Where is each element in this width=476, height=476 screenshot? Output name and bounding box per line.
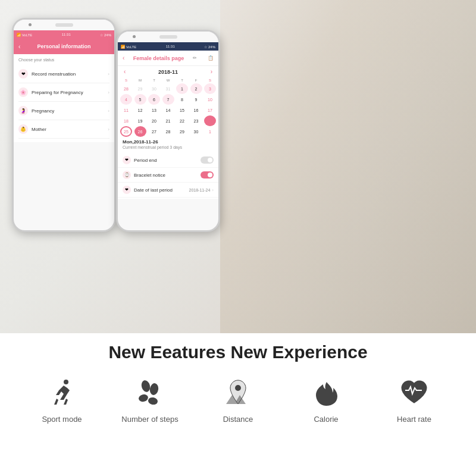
- cal-day-30-oct[interactable]: 30: [148, 83, 160, 94]
- period-end-toggle[interactable]: [201, 156, 214, 164]
- distance-icon: [220, 374, 256, 410]
- cal-day-2[interactable]: 2: [190, 83, 202, 94]
- calorie-icon: [308, 374, 344, 410]
- period-end-text: Period end: [134, 158, 201, 163]
- cal-day-7[interactable]: 7: [162, 94, 174, 105]
- day-header-sat: S: [204, 77, 216, 83]
- cal-day-11[interactable]: 11: [120, 105, 132, 115]
- svg-point-5: [235, 385, 241, 391]
- calendar-week-5: 25 26 27 28 29 30 1: [120, 126, 216, 137]
- phone-right: 📶 VoLTE 11:31 ☆ 24% ‹ Female details pag…: [116, 30, 220, 232]
- menu-icon-pregnancy: 🤰: [18, 106, 28, 115]
- cal-day-4[interactable]: 4: [120, 94, 132, 105]
- time-right: 11:31: [166, 45, 175, 48]
- menu-text-pregnancy-prep: Preparing for Pregnancy: [32, 90, 108, 95]
- feature-calorie: Calorie: [290, 374, 362, 424]
- app-content-left: Choose your status ❤ Record menstruation…: [14, 54, 114, 142]
- cal-day-24[interactable]: 24: [204, 115, 216, 126]
- calendar-day-headers: S M T W T F S: [120, 77, 216, 83]
- cal-day-8[interactable]: 8: [176, 94, 188, 105]
- status-bar-right: 📶 VoLTE 11:31 ☆ 24%: [118, 42, 218, 51]
- heart-rate-icon: [396, 374, 432, 410]
- cal-day-1-dec[interactable]: 1: [204, 126, 216, 137]
- menu-item-mother[interactable]: 👶 Mother ›: [18, 120, 109, 139]
- calendar-grid: S M T W T F S 28 29 30 31 1 2 3 4 5: [118, 77, 218, 137]
- app-header-left: ‹ Personal information: [14, 39, 114, 54]
- main-tagline: New Eeatures New Experience: [108, 342, 367, 362]
- cal-day-25[interactable]: 25: [120, 126, 132, 137]
- last-period-row[interactable]: ❤ Date of last period 2018-11-24 ›: [118, 183, 218, 198]
- cal-day-31-oct[interactable]: 31: [162, 83, 174, 94]
- signal-right: 📶 VoLTE: [121, 45, 136, 49]
- cal-day-28-oct[interactable]: 28: [120, 83, 132, 94]
- cal-day-14[interactable]: 14: [162, 105, 174, 115]
- day-header-mon: M: [134, 77, 146, 83]
- day-header-tue: T: [148, 77, 160, 83]
- prev-month-button[interactable]: ‹: [124, 68, 126, 75]
- cal-day-6[interactable]: 6: [148, 94, 160, 105]
- cal-day-18[interactable]: 18: [120, 115, 132, 126]
- next-month-button[interactable]: ›: [211, 68, 212, 75]
- menu-arrow-pregnancy: ›: [108, 108, 109, 114]
- day-header-sun: S: [120, 77, 132, 83]
- cal-day-20[interactable]: 20: [148, 115, 160, 126]
- cal-day-13[interactable]: 13: [148, 105, 160, 115]
- calendar-back-button[interactable]: ‹: [123, 55, 124, 61]
- cal-day-1[interactable]: 1: [176, 83, 188, 94]
- bracelet-notice-toggle[interactable]: [201, 171, 214, 178]
- cal-day-30[interactable]: 30: [190, 126, 202, 137]
- menu-item-pregnancy[interactable]: 🤰 Pregnancy ›: [18, 102, 109, 120]
- sport-icon: [44, 374, 80, 410]
- bottom-section: New Eeatures New Experience Sport mode: [0, 333, 476, 476]
- cal-day-21[interactable]: 21: [162, 115, 174, 126]
- phone-notch-left: [14, 20, 114, 30]
- back-button-left[interactable]: ‹: [18, 43, 20, 50]
- cal-day-29[interactable]: 29: [176, 126, 188, 137]
- calendar-edit-icon[interactable]: ✏: [193, 55, 197, 61]
- feature-distance: Distance: [202, 374, 274, 424]
- distance-label: Distance: [223, 415, 253, 424]
- menu-icon-pregnancy-prep: 🌸: [18, 87, 28, 97]
- cal-day-3[interactable]: 3: [204, 83, 216, 94]
- menu-item-menstruation[interactable]: ❤ Record menstruation ›: [18, 65, 109, 83]
- calendar-title: Female details page: [133, 55, 184, 61]
- svg-point-3: [138, 393, 149, 403]
- menu-text-mother: Mother: [32, 127, 108, 132]
- cal-day-28[interactable]: 28: [162, 126, 174, 137]
- calendar-week-3: 11 12 13 14 15 16 17: [120, 105, 216, 115]
- cal-day-5[interactable]: 5: [134, 94, 146, 105]
- cal-day-22[interactable]: 22: [176, 115, 188, 126]
- choose-status-label: Choose your status: [18, 58, 109, 62]
- time-left: 11:31: [62, 33, 71, 36]
- cal-day-17[interactable]: 17: [204, 105, 216, 115]
- calendar-share-icon[interactable]: 📋: [208, 55, 214, 61]
- phone-camera-left: [29, 23, 32, 26]
- calendar-header: ‹ Female details page ✏ 📋: [118, 51, 218, 66]
- calendar-options: ❤ Period end ⌚ Bracelet notice ❤ Date of…: [118, 152, 218, 199]
- battery-left: ☆ 24%: [100, 33, 111, 37]
- period-info-label: Current menstrual period 3 days: [123, 145, 214, 149]
- sport-label: Sport mode: [42, 415, 82, 424]
- feature-sport: Sport mode: [26, 374, 98, 424]
- last-period-icon: ❤: [123, 186, 131, 194]
- cal-day-23[interactable]: 23: [190, 115, 202, 126]
- cal-day-16[interactable]: 16: [190, 105, 202, 115]
- calendar-week-4: 18 19 20 21 22 23 24: [120, 115, 216, 126]
- cal-day-10[interactable]: 10: [204, 94, 216, 105]
- cal-day-9[interactable]: 9: [190, 94, 202, 105]
- calendar-week-2: 4 5 6 7 8 9 10: [120, 94, 216, 105]
- phone-notch-right: [118, 32, 218, 42]
- period-end-row[interactable]: ❤ Period end: [118, 153, 218, 168]
- bracelet-notice-row[interactable]: ⌚ Bracelet notice: [118, 168, 218, 183]
- cal-day-26[interactable]: 26: [134, 126, 146, 137]
- cal-day-15[interactable]: 15: [176, 105, 188, 115]
- cal-day-29-oct[interactable]: 29: [134, 83, 146, 94]
- period-end-icon: ❤: [123, 156, 131, 164]
- bracelet-notice-icon: ⌚: [123, 171, 131, 179]
- cal-day-27[interactable]: 27: [148, 126, 160, 137]
- cal-day-19[interactable]: 19: [134, 115, 146, 126]
- features-row: Sport mode Number of steps: [0, 374, 476, 424]
- cal-day-12[interactable]: 12: [134, 105, 146, 115]
- feature-steps: Number of steps: [114, 374, 186, 424]
- menu-item-pregnancy-prep[interactable]: 🌸 Preparing for Pregnancy ›: [18, 83, 109, 102]
